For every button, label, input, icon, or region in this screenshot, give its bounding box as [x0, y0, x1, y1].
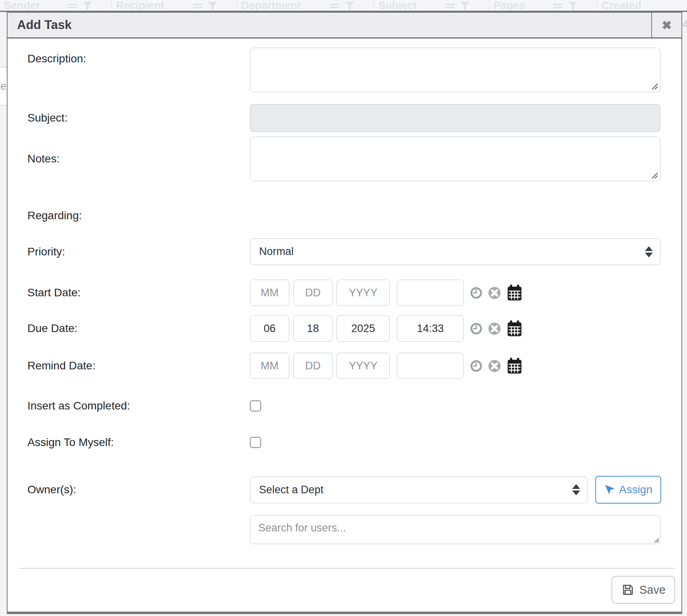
department-select[interactable]: Select a Dept — [250, 477, 588, 503]
clock-icon — [470, 287, 482, 299]
description-textarea[interactable] — [250, 48, 660, 92]
subject-row: Subject: — [8, 104, 681, 132]
remind-date-row: Remind Date: — [8, 353, 681, 379]
start-date-clear-button[interactable] — [488, 286, 501, 299]
start-date-day-input[interactable] — [293, 280, 333, 306]
column-menu-icon — [68, 4, 77, 5]
bg-column-department: Department — [236, 0, 373, 11]
resize-grip-icon[interactable] — [650, 82, 658, 90]
filter-funnel-icon — [208, 2, 217, 10]
start-date-calendar-button[interactable] — [507, 284, 523, 301]
column-menu-icon — [330, 4, 339, 5]
regarding-label: Regarding: — [8, 209, 250, 222]
description-row: Description: — [8, 48, 681, 92]
modal-title: Add Task — [8, 13, 651, 37]
column-header-label: Sender — [4, 0, 41, 12]
save-button[interactable]: Save — [612, 576, 675, 604]
add-task-modal: Add Task ✖ Description: — [7, 12, 682, 614]
modal-body: Description: Subject: — [8, 39, 681, 612]
column-header-label: Recipient — [116, 0, 164, 12]
due-date-clear-button[interactable] — [488, 322, 501, 335]
remind-date-year-input[interactable] — [337, 353, 390, 379]
priority-row: Priority: Normal — [8, 238, 681, 265]
owners-label: Owner(s): — [8, 483, 250, 496]
due-date-label: Due Date: — [8, 322, 250, 335]
remind-date-day-input[interactable] — [293, 353, 333, 379]
subject-input — [250, 104, 660, 132]
remind-date-time-picker-button[interactable] — [470, 360, 482, 372]
department-selected-value: Select a Dept — [259, 484, 323, 496]
close-icon: ✖ — [662, 18, 672, 32]
close-button[interactable]: ✖ — [651, 13, 681, 37]
column-header-label: Created — [602, 0, 642, 12]
calendar-icon — [507, 357, 523, 375]
select-caret-icon — [645, 246, 653, 257]
remind-date-calendar-button[interactable] — [507, 357, 523, 375]
background-fragment-text: e — [0, 80, 6, 93]
due-date-time-picker-button[interactable] — [470, 322, 482, 335]
assign-to-myself-row: Assign To Myself: — [8, 434, 681, 450]
clock-icon — [470, 360, 482, 372]
filter-funnel-icon — [568, 2, 578, 10]
priority-selected-value: Normal — [259, 245, 294, 258]
background-table-header: Sender Recipient Department Subject Page… — [0, 0, 687, 12]
modal-header: Add Task ✖ — [8, 13, 681, 39]
bg-column-subject: Subject — [373, 0, 489, 11]
owners-row: Owner(s): Select a Dept Assign — [8, 476, 681, 504]
save-floppy-icon — [621, 583, 635, 597]
footer-divider — [19, 568, 675, 569]
subject-label: Subject: — [8, 112, 250, 124]
clear-x-icon — [488, 286, 501, 299]
select-caret-icon — [572, 484, 580, 495]
start-date-label: Start Date: — [8, 286, 250, 299]
user-search-row — [8, 515, 681, 544]
assign-to-myself-checkbox[interactable] — [250, 437, 261, 448]
save-button-label: Save — [639, 583, 666, 597]
bg-column-created: Created — [597, 0, 687, 11]
bg-column-pages: Pages — [489, 0, 597, 11]
priority-select[interactable]: Normal — [250, 238, 660, 265]
insert-as-completed-checkbox[interactable] — [250, 400, 261, 411]
insert-as-completed-label: Insert as Completed: — [8, 400, 250, 412]
column-header-label: Subject — [378, 0, 417, 12]
due-date-day-input[interactable] — [293, 315, 333, 342]
paper-plane-icon — [604, 484, 616, 496]
column-menu-icon — [445, 4, 455, 5]
priority-label: Priority: — [8, 245, 250, 258]
start-date-month-input[interactable] — [250, 280, 289, 306]
user-search-input[interactable] — [250, 515, 660, 544]
filter-funnel-icon — [83, 2, 92, 10]
start-date-time-picker-button[interactable] — [470, 287, 482, 299]
calendar-icon — [507, 320, 523, 337]
due-date-time-input[interactable] — [397, 315, 464, 342]
start-date-year-input[interactable] — [337, 280, 390, 306]
assign-to-myself-label: Assign To Myself: — [8, 436, 250, 449]
assign-button[interactable]: Assign — [595, 476, 661, 504]
filter-funnel-icon — [460, 2, 470, 10]
notes-row: Notes: — [8, 137, 681, 181]
due-date-row: Due Date: — [8, 315, 681, 342]
column-header-label: Pages — [493, 0, 525, 12]
resize-grip-icon[interactable] — [654, 537, 659, 543]
remind-date-label: Remind Date: — [8, 359, 250, 372]
due-date-calendar-button[interactable] — [507, 320, 523, 337]
clock-icon — [470, 322, 482, 335]
due-date-month-input[interactable] — [250, 315, 289, 342]
regarding-row: Regarding: — [8, 208, 681, 224]
due-date-year-input[interactable] — [337, 315, 390, 342]
background-text-fragment: 4 — [683, 18, 687, 31]
remind-date-month-input[interactable] — [250, 353, 289, 379]
insert-as-completed-row: Insert as Completed: — [8, 398, 681, 414]
description-label: Description: — [8, 48, 250, 65]
start-date-time-input[interactable] — [397, 280, 464, 306]
notes-label: Notes: — [8, 153, 250, 165]
remind-date-time-input[interactable] — [397, 353, 464, 379]
clear-x-icon — [488, 322, 501, 335]
clear-x-icon — [488, 359, 501, 373]
remind-date-clear-button[interactable] — [488, 359, 501, 373]
column-menu-icon — [553, 4, 563, 5]
resize-grip-icon[interactable] — [650, 171, 658, 179]
assign-button-label: Assign — [619, 483, 652, 496]
column-header-label: Department — [241, 0, 301, 12]
notes-textarea[interactable] — [250, 137, 660, 181]
